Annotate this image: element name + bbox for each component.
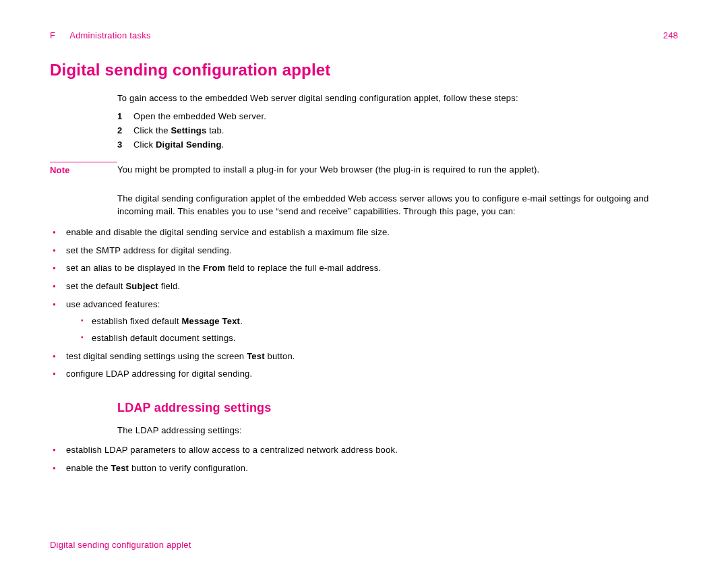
step-1: 1 Open the embedded Web server. <box>117 111 678 121</box>
header-letter: F <box>50 30 55 40</box>
page-header: F Administration tasks 248 <box>50 30 678 40</box>
note-text: You might be prompted to install a plug-… <box>117 162 539 175</box>
step-number: 3 <box>117 139 133 150</box>
step-number: 2 <box>117 125 133 135</box>
list-item: enable and disable the digital sending s… <box>50 226 678 239</box>
page: F Administration tasks 248 Digital sendi… <box>0 0 728 562</box>
list-item: set an alias to be displayed in the From… <box>50 262 678 275</box>
step-text: Click Digital Sending. <box>133 139 224 150</box>
bullet-list-1: enable and disable the digital sending s… <box>50 226 678 381</box>
header-page-number: 248 <box>663 30 678 40</box>
sub-list: establish fixed default Message Text. es… <box>78 315 678 345</box>
list-item: enable the Test button to verify configu… <box>50 462 678 475</box>
heading-2: LDAP addressing settings <box>117 401 678 415</box>
bullet-list-2: establish LDAP parameters to allow acces… <box>50 444 678 475</box>
step-number: 1 <box>117 111 133 121</box>
note-label: Note <box>50 162 117 175</box>
list-item: test digital sending settings using the … <box>50 350 678 363</box>
step-3: 3 Click Digital Sending. <box>117 139 678 150</box>
list-item: set the SMTP address for digital sending… <box>50 245 678 257</box>
list-item: establish fixed default Message Text. <box>78 315 678 328</box>
step-text: Open the embedded Web server. <box>133 111 266 121</box>
list-item: configure LDAP addressing for digital se… <box>50 368 678 381</box>
note-block: Note You might be prompted to install a … <box>50 162 678 175</box>
list-item: establish default document settings. <box>78 332 678 345</box>
header-section: Administration tasks <box>69 30 150 40</box>
footer-text: Digital sending configuration applet <box>50 540 191 550</box>
header-left: F Administration tasks <box>50 30 151 40</box>
step-text: Click the Settings tab. <box>133 125 224 135</box>
step-2: 2 Click the Settings tab. <box>117 125 678 135</box>
steps-list: 1 Open the embedded Web server. 2 Click … <box>117 111 678 150</box>
list-item: establish LDAP parameters to allow acces… <box>50 444 678 457</box>
list-item: set the default Subject field. <box>50 280 678 293</box>
paragraph: The LDAP addressing settings: <box>117 425 678 437</box>
paragraph: The digital sending configuration applet… <box>117 193 678 218</box>
list-item: use advanced features: establish fixed d… <box>50 299 678 345</box>
intro-text: To gain access to the embedded Web serve… <box>117 93 678 103</box>
heading-1: Digital sending configuration applet <box>50 61 678 80</box>
